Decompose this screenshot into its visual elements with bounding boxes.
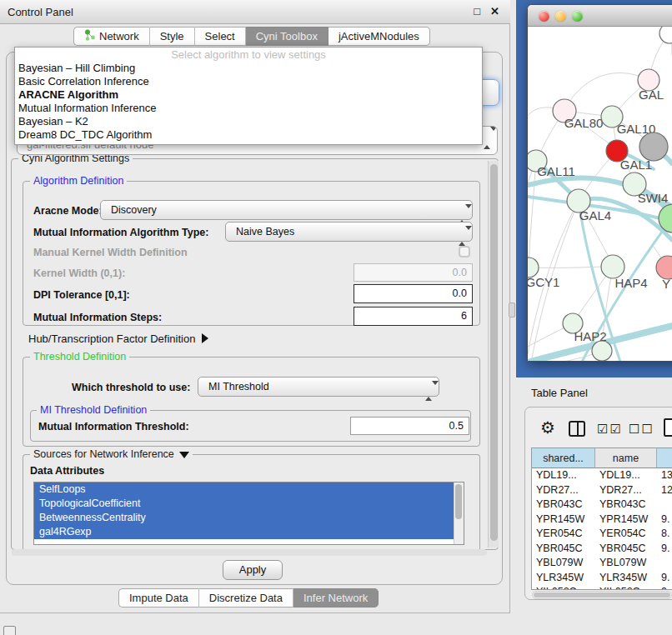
network-node[interactable] bbox=[639, 132, 668, 161]
mi-type-combobox[interactable]: Naive Bayes bbox=[225, 222, 473, 242]
table-hscrollbar-thumb[interactable] bbox=[534, 592, 670, 598]
algorithm-option-dream8-dc-tdc-algorithm[interactable]: Dream8 DC_TDC Algorithm bbox=[15, 128, 482, 142]
network-node-hap4[interactable] bbox=[601, 255, 624, 278]
sources-group-title[interactable]: Sources for Network Inference bbox=[30, 448, 193, 460]
table-cell: YER054C bbox=[595, 527, 657, 542]
tab-infer-network[interactable]: Infer Network bbox=[293, 588, 379, 608]
control-panel-titlebar: Control Panel □ ✕ bbox=[0, 0, 510, 24]
network-node[interactable] bbox=[659, 27, 672, 43]
hub-definition-expander[interactable]: Hub/Transcription Factor Definition bbox=[28, 332, 208, 345]
network-icon bbox=[84, 29, 95, 43]
list-scrollbar[interactable] bbox=[454, 482, 464, 544]
combobox-stepper-icon bbox=[425, 382, 433, 392]
tab-style[interactable]: Style bbox=[150, 27, 195, 46]
manual-kernel-checkbox[interactable] bbox=[459, 246, 470, 258]
deselect-all-checkboxes-icon[interactable]: ☐☐ bbox=[629, 422, 654, 437]
list-scrollbar-thumb[interactable] bbox=[455, 484, 462, 519]
table-cell: YBR043C bbox=[595, 498, 657, 512]
tab-jactivemnodules[interactable]: jActiveMNodules bbox=[328, 27, 430, 46]
table-cell: YBL079W bbox=[532, 556, 595, 571]
control-panel-window: Control Panel □ ✕ NetworkStyleSelectCyni… bbox=[0, 0, 510, 613]
algorithm-option-bayesian-hill-climbing[interactable]: Bayesian – Hill Climbing bbox=[15, 62, 482, 75]
mi-type-value: Naive Bayes bbox=[236, 226, 294, 238]
table-row[interactable]: YBR043CYBR043C bbox=[532, 498, 672, 512]
mi-steps-field[interactable]: 6 bbox=[354, 307, 473, 326]
column-header-name[interactable]: name bbox=[595, 448, 657, 468]
data-attribute-item[interactable]: BetweennessCentrality bbox=[34, 511, 454, 525]
network-window-titlebar[interactable] bbox=[528, 5, 672, 27]
settings-hscroll-track[interactable] bbox=[12, 549, 487, 556]
table-hscrollbar[interactable] bbox=[532, 591, 672, 599]
algorithm-option-list: Bayesian – Hill ClimbingBasic Correlatio… bbox=[15, 62, 482, 142]
algorithm-option-aracne-algorithm[interactable]: ARACNE Algorithm bbox=[15, 88, 482, 102]
network-node[interactable] bbox=[592, 341, 612, 361]
data-attributes-list[interactable]: SelfLoopsTopologicalCoefficientBetweenne… bbox=[33, 482, 464, 545]
close-icon[interactable]: ✕ bbox=[490, 5, 499, 18]
kernel-width-field[interactable]: 0.0 bbox=[354, 263, 473, 282]
manual-kernel-label: Manual Kernel Width Definition bbox=[33, 247, 188, 258]
mi-threshold-group-title: MI Threshold Definition bbox=[37, 404, 150, 416]
table-row[interactable]: YLR345WYLR345W9. bbox=[532, 571, 672, 586]
float-window-icon[interactable]: □ bbox=[474, 5, 480, 18]
panel-divider-grip[interactable] bbox=[509, 302, 515, 318]
gear-icon[interactable]: ⚙ bbox=[540, 418, 555, 438]
algorithm-option-mutual-information-inference[interactable]: Mutual Information Inference bbox=[15, 102, 482, 115]
settings-scrollbar[interactable] bbox=[488, 161, 499, 548]
settings-scrollbar-thumb[interactable] bbox=[490, 164, 498, 541]
data-attributes-label: Data Attributes bbox=[30, 465, 104, 477]
document-icon[interactable] bbox=[664, 418, 672, 437]
table-cell: YBR045C bbox=[532, 542, 595, 557]
node-label: GAL11 bbox=[537, 164, 575, 178]
network-node-y[interactable] bbox=[656, 256, 672, 279]
table-row[interactable]: YER054CYER054C8. bbox=[532, 527, 672, 542]
table-cell: 12 bbox=[657, 483, 672, 498]
tab-cyni-toolbox[interactable]: Cyni Toolbox bbox=[246, 27, 328, 46]
algorithm-option-basic-correlation-inference[interactable]: Basic Correlation Inference bbox=[15, 75, 482, 88]
tab-select[interactable]: Select bbox=[195, 27, 246, 46]
table-cell: YLR345W bbox=[595, 571, 657, 586]
algorithm-dropdown-prompt: Select algorithm to view settings bbox=[15, 48, 482, 62]
network-view-window[interactable]: GALGAL80GAL10GAL1GAL11SWI4GAL4GCY1HAP4YH… bbox=[527, 4, 672, 362]
column-header-shared[interactable]: shared... bbox=[532, 448, 595, 468]
data-attribute-item[interactable]: gal4RGexp bbox=[34, 525, 454, 539]
table-cell: 8. bbox=[657, 527, 672, 542]
tab-discretize-data[interactable]: Discretize Data bbox=[199, 588, 293, 608]
tab-label: jActiveMNodules bbox=[339, 30, 419, 42]
app-root: Control Panel □ ✕ NetworkStyleSelectCyni… bbox=[0, 0, 672, 635]
minimize-traffic-light-icon[interactable] bbox=[555, 11, 566, 22]
tab-network[interactable]: Network bbox=[73, 27, 150, 46]
which-threshold-combobox[interactable]: MI Threshold bbox=[198, 377, 439, 397]
close-traffic-light-icon[interactable] bbox=[539, 11, 549, 22]
dpi-tolerance-field[interactable]: 0.0 bbox=[354, 284, 473, 303]
table-row[interactable]: YBL079WYBL079W bbox=[532, 556, 672, 571]
table-cell: YLR345W bbox=[532, 571, 595, 586]
columns-icon[interactable] bbox=[569, 421, 585, 437]
column-header-a[interactable]: A bbox=[657, 448, 672, 468]
algorithm-option-bayesian-k2[interactable]: Bayesian – K2 bbox=[15, 115, 482, 128]
table-row[interactable]: YPR145WYPR145W9. bbox=[532, 512, 672, 528]
table-cell: 9. bbox=[657, 571, 672, 586]
table-row[interactable]: YIL052CYIL052C9. bbox=[532, 585, 672, 590]
combobox-stepper-icon bbox=[459, 227, 466, 238]
zoom-traffic-light-icon[interactable] bbox=[572, 11, 583, 22]
table-cell: 9. bbox=[657, 585, 672, 590]
aracne-mode-combobox[interactable]: Discovery bbox=[100, 200, 473, 220]
node-table[interactable]: shared...nameA YDL19...YDL19...13YDR27..… bbox=[531, 448, 672, 590]
data-attribute-item[interactable]: SelfLoops bbox=[34, 482, 454, 497]
table-row[interactable]: YDR27...YDR27...12 bbox=[532, 483, 672, 498]
apply-button[interactable]: Apply bbox=[223, 560, 283, 580]
tab-impute-data[interactable]: Impute Data bbox=[118, 588, 199, 608]
table-cell: YIL052C bbox=[532, 585, 595, 590]
panel-title: Control Panel bbox=[8, 6, 73, 18]
table-cell: YBR045C bbox=[595, 542, 657, 557]
select-all-checkboxes-icon[interactable]: ☑☑ bbox=[597, 422, 623, 437]
which-threshold-value: MI Threshold bbox=[208, 381, 269, 392]
table-row[interactable]: YDL19...YDL19...13 bbox=[532, 468, 672, 483]
network-canvas[interactable]: GALGAL80GAL10GAL1GAL11SWI4GAL4GCY1HAP4YH… bbox=[528, 27, 672, 361]
mi-threshold-field[interactable]: 0.5 bbox=[350, 417, 469, 435]
minimized-panel-icon[interactable] bbox=[3, 626, 16, 635]
table-row[interactable]: YBR045CYBR045C9. bbox=[532, 542, 672, 557]
which-threshold-label: Which threshold to use: bbox=[72, 382, 190, 393]
table-cell: YBL079W bbox=[595, 556, 657, 571]
data-attribute-item[interactable]: TopologicalCoefficient bbox=[34, 497, 454, 511]
